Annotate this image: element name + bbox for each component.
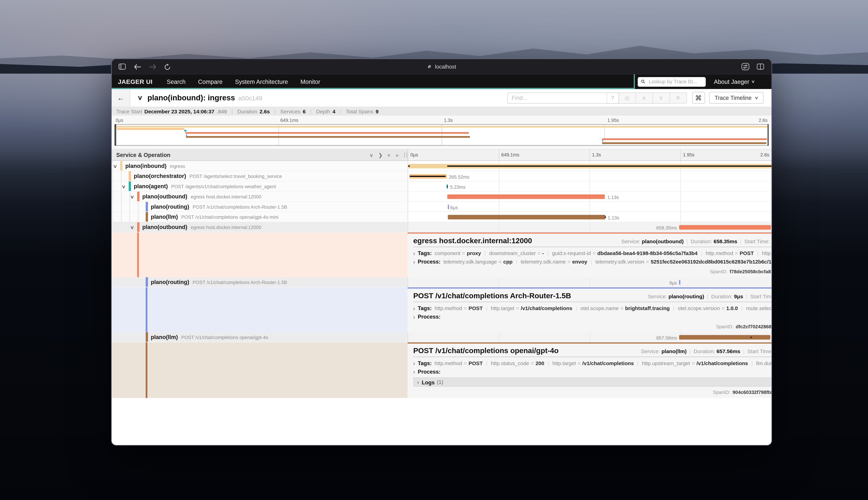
span-row[interactable]: ∨ plano(agent)POST /agents/v1/chat/compl… [112,181,772,192]
span-row[interactable]: ∨ plano(inbound)ingress [112,161,772,171]
span-name-cell[interactable]: plano(llm)POST /v1/chat/completions open… [112,212,408,222]
tag-item[interactable]: guid:x-request-id=dbdaea56-bea4-9198-8b3… [552,251,698,256]
expand-one-icon[interactable]: ❯ [378,152,382,158]
back-arrow-icon: ← [117,93,124,102]
split-view-icon[interactable] [757,64,764,70]
span-bar-cell[interactable]: 9μs [408,277,772,287]
span-name-cell[interactable]: plano(llm)POST /v1/chat/completions open… [112,332,408,342]
span-name-cell[interactable]: ∨ plano(outbound)egress host.docker.inte… [112,192,408,201]
nav-item-compare[interactable]: Compare [198,78,222,85]
span-name-cell[interactable]: plano(routing)POST /v1/chat/completions … [112,277,408,287]
nav-item-search[interactable]: Search [167,78,185,85]
tag-item[interactable]: http.p... [762,251,772,256]
span-row[interactable]: plano(llm)POST /v1/chat/completions open… [112,212,772,222]
collapse-chevron-icon[interactable]: ∨ [130,194,134,200]
about-jaeger-menu[interactable]: About Jaeger∨ [714,78,754,85]
tag-item[interactable]: component=proxy [435,251,481,256]
nav-item-system-architecture[interactable]: System Architecture [235,78,288,85]
clear-find-icon[interactable]: ✕ [670,92,687,103]
span-name-cell[interactable]: plano(orchestrator)POST /agents/select t… [112,171,408,181]
trace-id-search-input[interactable] [648,78,703,85]
span-bar-cell[interactable]: 6μs [408,202,772,212]
collapse-chevron-icon[interactable]: ∨ [121,184,126,190]
tag-item[interactable]: http.target=/v1/chat/completions [491,306,572,311]
find-input[interactable] [507,92,606,103]
span-row[interactable]: plano(orchestrator)POST /agents/select t… [112,171,772,181]
tags-section[interactable]: ›Tags:http.method=POST|http.target=/v1/c… [413,304,772,312]
tag-item[interactable]: http.method=POST [435,361,483,366]
span-bar-cell[interactable]: 657.56ms [408,332,772,342]
span-bar-cell[interactable] [408,161,772,171]
span-bar[interactable] [679,225,771,229]
span-detail-panel: POST /v1/chat/completions openai/gpt-4o … [408,342,772,398]
trace-id-search-box[interactable] [638,77,706,87]
trace-view-selector[interactable]: Trace Timeline∨ [709,92,764,104]
reload-button-icon[interactable] [164,63,171,70]
span-bar[interactable] [679,335,770,340]
span-bar-cell[interactable]: 1.13s [408,212,772,222]
collapse-all-icon[interactable]: » [386,154,392,157]
tag-item[interactable]: otel.scope.name=brightstaff.tracing [581,306,670,311]
critical-path-segment [410,175,446,177]
tag-item[interactable]: http.upstream_target=/v1/chat/completion… [642,361,748,366]
nav-item-monitor[interactable]: Monitor [300,78,320,85]
collapse-chevron-icon[interactable]: ∨ [130,225,134,230]
span-row[interactable]: ∨ plano(outbound)egress host.docker.inte… [112,192,772,202]
span-bar[interactable] [679,280,680,285]
span-row[interactable]: ∨ plano(outbound)egress host.docker.inte… [112,222,772,232]
back-to-search-button[interactable]: ← [112,89,130,106]
indent-guide [129,202,130,212]
find-help-icon[interactable]: ? [606,92,619,103]
span-row[interactable]: plano(routing)POST /v1/chat/completions … [112,277,772,287]
back-button-icon[interactable] [134,64,141,69]
indent-guide [129,212,130,222]
tag-item[interactable]: otel.scope.version=1.0.0 [678,306,738,311]
collapse-chevron-icon[interactable]: ∨ [113,163,117,169]
span-bar-cell[interactable]: 658.35ms [408,222,772,232]
trace-collapse-chevron-icon[interactable]: ∨ [137,94,143,101]
extensions-settings-icon[interactable] [741,63,750,70]
tag-item[interactable]: telemetry.sdk.name=envoy [521,259,587,264]
minimap-left-scrub-handle[interactable] [115,124,116,146]
process-section[interactable]: ›Process: [413,313,772,321]
process-section[interactable]: ›Process: [413,368,772,376]
minimap-canvas[interactable] [115,124,769,146]
tag-item[interactable]: http.target=/v1/chat/completions [552,361,634,366]
span-name-cell[interactable]: ∨ plano(outbound)egress host.docker.inte… [112,222,408,232]
logs-section[interactable]: ›Logs(1) [413,378,772,387]
process-section[interactable]: ›Process:telemetry.sdk.language=cpp|tele… [413,258,772,266]
tags-section[interactable]: ›Tags:component=proxy|downstream_cluster… [413,249,772,258]
tag-item[interactable]: http.method=POST [435,306,483,311]
span-name-cell[interactable]: ∨ plano(inbound)ingress [112,161,408,171]
sidebar-toggle-icon[interactable] [118,64,126,70]
tag-item[interactable]: route.selected_m... [746,306,772,311]
span-bar-cell[interactable]: 265.52ms [408,171,772,181]
address-url[interactable]: localhost [435,64,456,70]
tag-item[interactable]: downstream_cluster=- [489,251,544,256]
tag-item[interactable]: telemetry.sdk.version=5251fec52ee063192d… [595,259,772,264]
span-bar[interactable] [447,215,605,219]
tag-item[interactable]: http.method=POST [706,251,754,256]
next-result-icon[interactable]: ∨ [653,92,670,103]
span-bar[interactable] [447,194,605,199]
span-name-cell[interactable]: plano(routing)POST /v1/chat/completions … [112,202,408,212]
collapse-one-icon[interactable]: ∨ [369,152,373,158]
span-row[interactable]: plano(llm)POST /v1/chat/completions open… [112,332,772,342]
jaeger-brand[interactable]: JAEGER UI [118,78,152,85]
span-row[interactable]: plano(routing)POST /v1/chat/completions … [112,202,772,212]
tag-item[interactable]: llm.duration... [756,361,772,366]
prev-result-icon[interactable]: ∧ [636,92,653,103]
span-bar-cell[interactable]: 1.13s [408,192,772,201]
focus-span-icon[interactable]: ◎ [619,92,636,103]
span-bar[interactable] [447,205,449,209]
span-bar-cell[interactable]: 5.23ms [408,181,772,191]
tags-section[interactable]: ›Tags:http.method=POST|http.status_code=… [413,359,772,367]
minimap-right-scrub-handle[interactable] [767,124,769,146]
keyboard-shortcuts-button[interactable]: ⌘ [692,92,705,104]
tag-item[interactable]: telemetry.sdk.language=cpp [443,259,513,264]
forward-button-icon[interactable] [149,64,157,69]
column-resize-grip[interactable] [404,152,407,158]
tag-item[interactable]: http.status_code=200 [491,361,544,366]
span-name-cell[interactable]: ∨ plano(agent)POST /agents/v1/chat/compl… [112,181,408,191]
expand-all-icon[interactable]: » [396,152,398,158]
